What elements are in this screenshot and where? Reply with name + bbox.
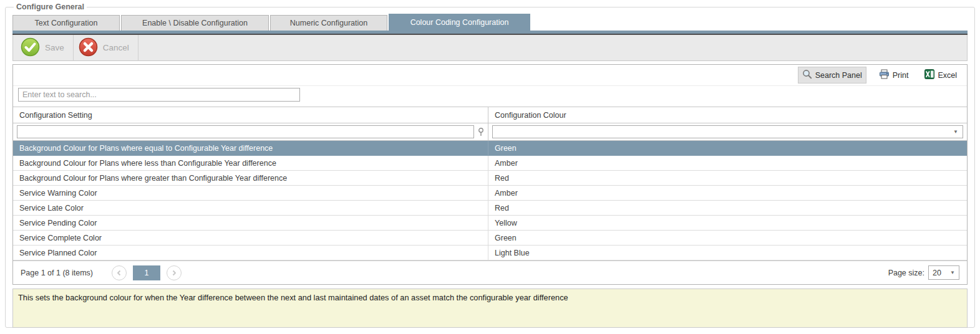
table-row[interactable]: Background Colour for Plans where less t…: [13, 156, 967, 171]
tab-numeric-configuration[interactable]: Numeric Configuration: [270, 15, 387, 31]
table-row[interactable]: Background Colour for Plans where greate…: [13, 171, 967, 186]
excel-icon: [924, 69, 934, 81]
cancel-button[interactable]: Cancel: [74, 35, 138, 60]
table-row[interactable]: Service Warning Color Amber: [13, 186, 967, 201]
pager-summary: Page 1 of 1 (8 items): [21, 269, 93, 277]
colour-cell: Light Blue: [495, 249, 530, 257]
pager: Page 1 of 1 (8 items) 1 Page size: 20 ▼: [13, 260, 967, 284]
setting-cell: Service Pending Color: [19, 219, 97, 227]
excel-label: Excel: [938, 71, 957, 80]
colour-cell: Yellow: [495, 219, 517, 227]
edit-toolbar: Save Cancel: [12, 35, 968, 61]
table-row[interactable]: Service Late Color Red: [13, 201, 967, 216]
grid-command-bar: Search Panel Print: [13, 65, 967, 86]
save-button[interactable]: Save: [16, 35, 73, 60]
tab-enable-disable-configuration[interactable]: Enable \ Disable Configuration: [121, 15, 269, 31]
save-icon: [21, 37, 40, 59]
chevron-left-icon: [116, 270, 122, 276]
auto-filter-row: ▼: [13, 123, 967, 141]
setting-description-panel: This sets the background colour for when…: [12, 289, 968, 328]
search-panel-label: Search Panel: [815, 71, 862, 80]
colour-cell: Green: [495, 234, 517, 242]
magnifier-icon: [802, 69, 812, 81]
setting-cell: Service Warning Color: [19, 189, 97, 198]
groupbox-title: Configure General: [14, 2, 87, 11]
printer-icon: [879, 69, 890, 81]
page-size-value: 20: [933, 269, 941, 277]
page-1-button[interactable]: 1: [133, 265, 160, 280]
tab-text-configuration[interactable]: Text Configuration: [12, 15, 120, 31]
setting-cell: Background Colour for Plans where less t…: [19, 159, 276, 168]
setting-cell: Service Complete Color: [19, 234, 102, 242]
search-panel-button[interactable]: Search Panel: [798, 67, 866, 84]
setting-cell: Background Colour for Plans where greate…: [19, 174, 287, 183]
colour-cell: Red: [495, 174, 509, 183]
next-page-button[interactable]: [167, 265, 182, 280]
colour-cell: Red: [495, 204, 509, 212]
table-row[interactable]: Service Pending Color Yellow: [13, 216, 967, 231]
table-body: Background Colour for Plans where equal …: [13, 141, 967, 260]
filter-condition-button[interactable]: [474, 125, 488, 138]
column-header-row: Configuration Setting Configuration Colo…: [13, 107, 967, 123]
print-label: Print: [893, 71, 909, 80]
filter-input-configuration-setting[interactable]: [17, 125, 474, 138]
column-header-label: Configuration Setting: [19, 111, 92, 120]
setting-cell: Service Planned Color: [19, 249, 97, 257]
prev-page-button[interactable]: [112, 265, 127, 280]
page-size-label: Page size:: [888, 269, 924, 277]
excel-button[interactable]: Excel: [921, 67, 961, 83]
filter-dropdown-configuration-colour[interactable]: ▼: [492, 125, 963, 138]
search-input[interactable]: [18, 88, 300, 102]
setting-cell: Service Late Color: [19, 204, 84, 212]
tab-accent-bar: [12, 31, 968, 35]
table-row[interactable]: Service Planned Color Light Blue: [13, 246, 967, 260]
cancel-icon: [79, 37, 98, 59]
chevron-down-icon: ▼: [950, 270, 955, 275]
tab-strip: Text Configuration Enable \ Disable Conf…: [12, 14, 968, 31]
column-header-configuration-colour[interactable]: Configuration Colour: [488, 107, 967, 123]
page-size-select[interactable]: 20 ▼: [928, 265, 959, 280]
configuration-grid: Search Panel Print: [12, 64, 968, 285]
chevron-right-icon: [171, 270, 177, 276]
pin-icon: [478, 128, 484, 136]
setting-description-text: This sets the background colour for when…: [18, 293, 568, 302]
save-label: Save: [45, 43, 64, 52]
tab-colour-coding-configuration[interactable]: Colour Coding Configuration: [389, 14, 530, 31]
toolbar-separator: [138, 35, 138, 61]
search-panel: [13, 86, 967, 107]
colour-cell: Amber: [495, 159, 518, 168]
table-row[interactable]: Service Complete Color Green: [13, 231, 967, 246]
column-header-label: Configuration Colour: [495, 111, 566, 120]
table-row[interactable]: Background Colour for Plans where equal …: [13, 141, 967, 156]
print-button[interactable]: Print: [875, 67, 913, 83]
cancel-label: Cancel: [103, 43, 129, 52]
colour-cell: Green: [495, 144, 517, 153]
configure-general-groupbox: Configure General Text Configuration Ena…: [5, 2, 975, 328]
column-header-configuration-setting[interactable]: Configuration Setting: [13, 107, 488, 123]
setting-cell: Background Colour for Plans where equal …: [19, 144, 273, 153]
colour-cell: Amber: [495, 189, 518, 198]
chevron-down-icon: ▼: [953, 130, 958, 135]
